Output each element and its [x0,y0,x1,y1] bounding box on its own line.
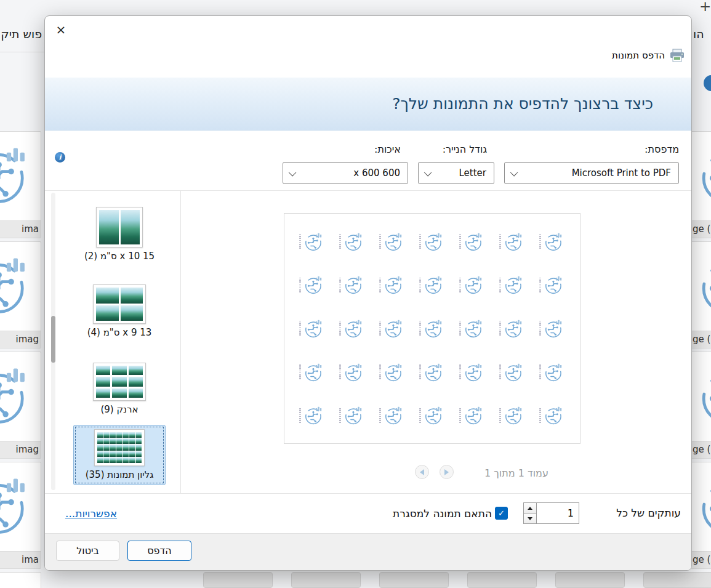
thumbnail-caption-bar [379,278,381,292]
background-search-text: פוש תיק [0,27,42,41]
thumbnail-photo [116,438,122,444]
preview-thumbnail [492,307,532,350]
image-icon [542,230,565,253]
layout-option-label: 15 x 10 ס"מ (2) [84,251,155,262]
preview-thumbnail [412,393,452,437]
thumbnail-photo [103,438,109,444]
preview-thumbnail [532,307,572,350]
layout-option-label: ארנק (9) [100,404,138,415]
thumbnail-caption-bar [379,408,381,423]
next-page-button[interactable] [440,465,454,479]
thumbnail-photo [129,377,143,386]
photo-label-bar: ge (1 [691,220,711,238]
previous-page-button[interactable] [415,465,429,479]
thumbnail-caption-bar [539,408,541,423]
layout-option[interactable]: 13 x 9 ס"מ (4) [73,280,166,343]
quality-select-value: x 600 600 [353,167,400,179]
thumbnail-photo [136,432,142,438]
background-photo-card: imag [0,352,41,459]
copies-label: עותקים של כל [616,507,681,519]
thumbnail-caption-bar [339,408,341,423]
print-button[interactable]: הדפס [127,541,191,561]
layout-option[interactable]: גליון תמונות (35) [73,425,166,485]
fit-frame-checkbox[interactable]: ✓ [495,507,508,520]
image-icon [462,404,485,427]
scrollbar-thumb[interactable] [51,316,55,363]
preview-thumbnail [332,393,372,437]
thumbnail-caption-bar [299,408,301,423]
copies-input[interactable] [536,502,579,524]
cancel-button[interactable]: ביטול [56,541,119,561]
preview-thumbnail [412,264,452,307]
preview-thumbnail [532,350,572,394]
image-icon [342,361,365,384]
preview-thumbnail [372,264,412,307]
photo-circuit-icon [693,249,711,321]
thumbnail-caption-bar [339,278,341,292]
preview-thumbnail [532,264,572,307]
plus-icon: + [699,0,711,14]
thumbnail-photo [96,377,110,386]
copies-spinner [523,502,537,524]
layout-thumbnail [96,207,143,248]
thumbnail-photo [123,445,129,450]
preview-thumbnail [452,264,492,307]
thumbnail-photo [129,451,135,457]
chevron-down-icon [289,168,297,176]
image-icon [382,230,405,253]
thumbnail-photo [110,457,116,463]
printer-select[interactable]: Microsoft Print to PDF [504,162,679,184]
thumbnail-caption-bar [339,364,341,379]
thumbnail-photo [110,445,116,450]
chevron-down-icon [510,168,518,176]
previous-arrow-icon [420,469,424,475]
thumbnail-caption-bar [539,234,541,249]
background-photo-card: ima [0,131,41,238]
thumbnail-photo [123,432,129,438]
background-thumb-label-bar [555,572,625,588]
image-icon [342,230,365,253]
background-badge-icon [704,75,711,91]
thumbnail-photo [96,366,110,375]
thumbnail-caption-bar [499,408,501,423]
chevron-down-icon [424,168,432,176]
options-link[interactable]: אפשרויות... [65,507,117,520]
photo-label-bar: ima [0,220,41,238]
thumbnail-photo [112,389,126,398]
layout-option[interactable]: 15 x 10 ס"מ (2) [73,203,166,267]
photo-label-bar: ge (2 [691,551,711,568]
thumbnail-photo [110,432,116,438]
background-thumb-label-bar [643,572,711,588]
image-icon [302,273,325,296]
paper-size-select-value: Letter [459,167,486,179]
background-divider [0,52,44,52]
background-photo-card [0,572,41,588]
preview-thumbnail [292,393,332,437]
photo-label-bar: imag [0,331,41,348]
paper-size-select[interactable]: Letter [418,162,494,184]
thumbnail-photo [103,432,109,438]
image-icon [302,230,325,253]
thumbnail-caption-bar [539,321,541,336]
thumbnail-caption-bar [419,364,421,379]
quality-select[interactable]: x 600 600 [283,162,408,184]
spinner-up-button[interactable] [523,502,537,513]
down-arrow-icon [528,517,532,520]
layout-option[interactable]: ארנק (9) [73,358,166,420]
thumbnail-photo [97,457,103,463]
photo-circuit-icon [0,360,36,431]
photo-label: ge (1 [693,224,711,235]
background-header-text: הו [693,27,704,41]
thumbnail-caption-bar [299,364,301,379]
spinner-down-button[interactable] [523,513,537,524]
thumbnail-photo [110,451,116,457]
image-icon [302,361,325,384]
thumbnail-photo [112,366,126,375]
background-photo-card: imag [0,241,41,348]
close-button[interactable]: × [52,21,70,38]
thumbnail-photo [103,445,109,450]
layout-thumbnail [93,284,146,324]
sidebar-divider [180,190,181,493]
image-icon [502,317,525,340]
info-icon[interactable]: i [55,152,65,163]
